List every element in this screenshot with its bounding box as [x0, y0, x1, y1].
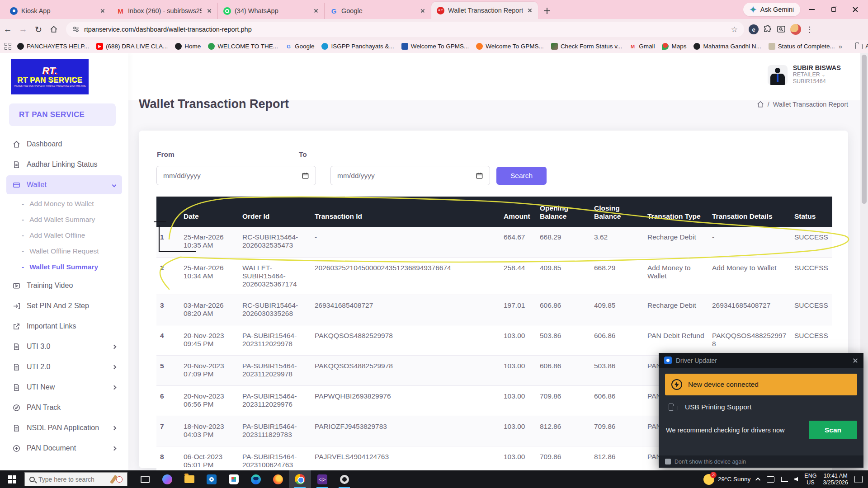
bookmark-isgpp[interactable]: ISGPP Panchayats &... — [318, 41, 397, 52]
sidebar-item-uti-2[interactable]: UTI 2.0 — [6, 357, 122, 376]
extension-e-icon[interactable]: e — [749, 24, 759, 34]
bookmark-google[interactable]: GGoogle — [282, 41, 318, 52]
tab-close-icon[interactable] — [99, 7, 106, 14]
sidebar-item-uti-new[interactable]: UTI New — [6, 378, 122, 397]
sidebar-item-dashboard[interactable]: Dashboard — [6, 135, 122, 154]
tab-close-icon[interactable] — [526, 7, 533, 14]
ask-gemini-button[interactable]: Ask Gemini — [743, 3, 800, 16]
forward-button[interactable]: → — [15, 22, 31, 37]
bookmark-star-icon[interactable]: ☆ — [731, 25, 738, 34]
volume-icon[interactable] — [794, 477, 798, 482]
sidebar-item-pan-track[interactable]: PAN Track — [6, 398, 122, 417]
device-row[interactable]: USB Printing Support — [659, 395, 863, 418]
bookmarks-overflow-chevron[interactable]: » — [839, 42, 842, 50]
bookmark-panchayets[interactable]: PANCHAYETS HELP... — [14, 41, 93, 52]
task-view-button[interactable] — [134, 470, 156, 488]
outlook-button[interactable] — [200, 470, 222, 488]
extensions-puzzle-icon[interactable] — [763, 25, 772, 34]
cell-transaction-id: PAPWQHBI2693829976 — [311, 385, 500, 416]
scrollbar-thumb[interactable] — [862, 55, 867, 204]
rt-pan-service-logo[interactable]: RT. RT PAN SERVICE THE BEST AND MOST POP… — [11, 59, 89, 94]
sidebar-subitem-add-wallet-summary[interactable]: -Add Wallet Summary — [0, 211, 128, 227]
bookmark-maps[interactable]: Maps — [658, 41, 690, 52]
sidebar-item-aadhar-linking-status[interactable]: Aadhar Linking Status — [6, 155, 122, 174]
window-minimize-button[interactable] — [802, 2, 822, 17]
reload-button[interactable]: ↻ — [31, 22, 46, 37]
bookmark-home[interactable]: Home — [171, 41, 204, 52]
all-bookmarks-button[interactable]: All Bookmarks — [852, 41, 868, 52]
sidebar-item-important-links[interactable]: Important Links — [6, 317, 122, 336]
apps-grid-icon[interactable] — [5, 43, 12, 50]
bookmark-gpms-1[interactable]: Welcome To GPMS... — [398, 41, 473, 52]
subitem-label: Wallet Full Summary — [29, 263, 98, 271]
copilot-button[interactable] — [156, 470, 178, 488]
start-button[interactable] — [0, 470, 24, 488]
profile-avatar[interactable] — [790, 24, 801, 35]
bookmark-gpms-2[interactable]: Welcome To GPMS... — [472, 41, 547, 52]
sidebar-subitem-wallet-full-summary[interactable]: -Wallet Full Summary — [0, 259, 128, 275]
calendar-icon[interactable] — [476, 172, 483, 179]
sidebar-item-uti-3[interactable]: UTI 3.0 — [6, 337, 122, 356]
sidebar-item-nsdl-pan-application[interactable]: NSDL PAN Application — [6, 418, 122, 437]
bookmark-welcome[interactable]: WELCOME TO THE... — [204, 41, 282, 52]
tab-close-icon[interactable] — [206, 7, 213, 14]
notification-center-icon[interactable] — [854, 476, 863, 483]
bookmark-gmail[interactable]: MGmail — [626, 41, 658, 52]
from-date-input[interactable]: mm/dd/yyyy — [156, 166, 316, 185]
network-icon[interactable] — [781, 477, 788, 482]
sidebar-item-training-video[interactable]: Training Video — [6, 276, 122, 295]
tab-kiosk-app[interactable]: Kiosk App — [5, 3, 111, 19]
to-date-input[interactable]: mm/dd/yyyy — [330, 166, 490, 185]
home-button[interactable] — [46, 22, 61, 37]
address-bar[interactable]: rtpanservice.com/dashboard/wallet-transa… — [66, 22, 744, 37]
globe-icon — [693, 43, 700, 50]
breadcrumb-home-icon[interactable] — [757, 101, 764, 108]
cell-opening: 606.86 — [536, 355, 590, 385]
cell-opening: 709.86 — [536, 385, 590, 416]
bookmark-check-form[interactable]: Check Form Status v... — [547, 41, 626, 52]
dev-app-button[interactable]: <|> — [311, 470, 333, 488]
bookmark-label: ISGPP Panchayats &... — [331, 43, 394, 50]
new-tab-button[interactable] — [541, 5, 553, 17]
taskbar-search[interactable] — [24, 472, 127, 486]
taskbar-clock[interactable]: 10:41 AM3/25/2026 — [823, 473, 848, 486]
chrome-button[interactable] — [289, 470, 311, 488]
tray-expand-chevron[interactable] — [755, 477, 760, 482]
tab-whatsapp[interactable]: (34) WhatsApp — [218, 3, 325, 19]
tab-google[interactable]: G Google — [325, 3, 431, 19]
calendar-icon[interactable] — [302, 172, 309, 179]
tab-close-icon[interactable] — [419, 7, 426, 14]
teams-icon[interactable] — [767, 476, 774, 483]
window-close-button[interactable] — [845, 2, 865, 17]
tab-close-icon[interactable] — [312, 7, 320, 14]
bookmark-dra-live[interactable]: ▶(688) DRA LIVE CLA... — [93, 41, 171, 52]
back-button[interactable]: ← — [0, 22, 15, 37]
tab-wallet-transaction-report[interactable]: R.T Wallet Transaction Report — [431, 2, 538, 19]
sidebar-subitem-add-money-to-wallet[interactable]: -Add Money to Wallet — [0, 196, 128, 211]
firefox-button[interactable] — [267, 470, 289, 488]
sidebar-item-set-pin[interactable]: Set PIN And 2 Step — [6, 296, 122, 315]
dont-show-checkbox[interactable] — [665, 459, 671, 465]
search-button[interactable]: Search — [496, 167, 547, 185]
taskbar-search-input[interactable] — [38, 476, 97, 483]
popup-close-icon[interactable] — [853, 358, 858, 363]
settings-button[interactable] — [333, 470, 355, 488]
user-menu[interactable]: SUBIR BISWAS RETAILER ⌄ SUBIR15464 — [768, 65, 841, 85]
sidebar-item-wallet[interactable]: Wallet — [6, 175, 122, 194]
sidebar-subitem-add-wallet-offline[interactable]: -Add Wallet Offline — [0, 227, 128, 243]
file-explorer-button[interactable] — [178, 470, 200, 488]
bookmark-mahatma[interactable]: Mahatma Gandhi N... — [690, 41, 764, 52]
sidebar-subitem-wallet-offline-request[interactable]: -Wallet Offline Request — [0, 243, 128, 259]
chrome-menu-icon[interactable]: ⋮ — [806, 25, 814, 34]
tab-gmail-inbox[interactable]: M Inbox (260) - subirbsws25@g — [111, 3, 218, 19]
ms-store-button[interactable] — [222, 470, 245, 488]
window-restore-button[interactable] — [824, 2, 844, 17]
scan-button[interactable]: Scan — [809, 421, 857, 439]
edge-button[interactable] — [245, 470, 267, 488]
sidebar-item-pan-document[interactable]: PAN Document — [6, 439, 122, 458]
search-panel-icon[interactable] — [777, 25, 786, 34]
taskbar-weather[interactable]: 3 29°C Sunny — [703, 474, 750, 485]
bookmark-status[interactable]: Status of Complete... — [765, 41, 839, 52]
language-indicator[interactable]: ENGUS — [804, 473, 816, 486]
popup-title-bar[interactable]: Driver Updater — [659, 353, 863, 368]
